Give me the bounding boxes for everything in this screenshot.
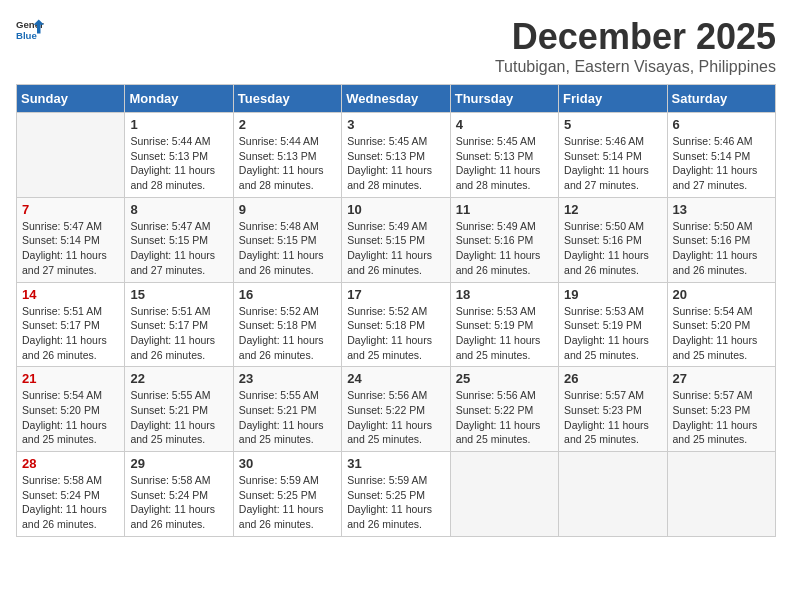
- day-number: 28: [22, 456, 119, 471]
- day-number: 9: [239, 202, 336, 217]
- day-number: 19: [564, 287, 661, 302]
- calendar-cell: 2Sunrise: 5:44 AM Sunset: 5:13 PM Daylig…: [233, 113, 341, 198]
- month-title: December 2025: [495, 16, 776, 58]
- day-number: 15: [130, 287, 227, 302]
- calendar-cell: 7Sunrise: 5:47 AM Sunset: 5:14 PM Daylig…: [17, 197, 125, 282]
- page-header: General Blue December 2025 Tutubigan, Ea…: [16, 16, 776, 76]
- calendar-cell: 15Sunrise: 5:51 AM Sunset: 5:17 PM Dayli…: [125, 282, 233, 367]
- day-number: 29: [130, 456, 227, 471]
- calendar-cell: 23Sunrise: 5:55 AM Sunset: 5:21 PM Dayli…: [233, 367, 341, 452]
- day-info: Sunrise: 5:50 AM Sunset: 5:16 PM Dayligh…: [673, 219, 770, 278]
- day-info: Sunrise: 5:57 AM Sunset: 5:23 PM Dayligh…: [673, 388, 770, 447]
- day-info: Sunrise: 5:51 AM Sunset: 5:17 PM Dayligh…: [130, 304, 227, 363]
- calendar-cell: 26Sunrise: 5:57 AM Sunset: 5:23 PM Dayli…: [559, 367, 667, 452]
- day-info: Sunrise: 5:44 AM Sunset: 5:13 PM Dayligh…: [239, 134, 336, 193]
- calendar-cell: 25Sunrise: 5:56 AM Sunset: 5:22 PM Dayli…: [450, 367, 558, 452]
- calendar-cell: 14Sunrise: 5:51 AM Sunset: 5:17 PM Dayli…: [17, 282, 125, 367]
- day-number: 1: [130, 117, 227, 132]
- location-title: Tutubigan, Eastern Visayas, Philippines: [495, 58, 776, 76]
- calendar-day-header: Sunday: [17, 85, 125, 113]
- svg-text:Blue: Blue: [16, 30, 37, 41]
- day-number: 8: [130, 202, 227, 217]
- day-info: Sunrise: 5:57 AM Sunset: 5:23 PM Dayligh…: [564, 388, 661, 447]
- calendar-cell: 24Sunrise: 5:56 AM Sunset: 5:22 PM Dayli…: [342, 367, 450, 452]
- day-number: 6: [673, 117, 770, 132]
- calendar-day-header: Monday: [125, 85, 233, 113]
- day-number: 3: [347, 117, 444, 132]
- day-info: Sunrise: 5:54 AM Sunset: 5:20 PM Dayligh…: [22, 388, 119, 447]
- day-info: Sunrise: 5:45 AM Sunset: 5:13 PM Dayligh…: [347, 134, 444, 193]
- day-info: Sunrise: 5:59 AM Sunset: 5:25 PM Dayligh…: [347, 473, 444, 532]
- day-info: Sunrise: 5:53 AM Sunset: 5:19 PM Dayligh…: [456, 304, 553, 363]
- day-info: Sunrise: 5:55 AM Sunset: 5:21 PM Dayligh…: [130, 388, 227, 447]
- calendar-cell: 31Sunrise: 5:59 AM Sunset: 5:25 PM Dayli…: [342, 452, 450, 537]
- calendar-cell: [17, 113, 125, 198]
- calendar-day-header: Tuesday: [233, 85, 341, 113]
- day-number: 31: [347, 456, 444, 471]
- calendar-cell: 21Sunrise: 5:54 AM Sunset: 5:20 PM Dayli…: [17, 367, 125, 452]
- calendar-cell: 5Sunrise: 5:46 AM Sunset: 5:14 PM Daylig…: [559, 113, 667, 198]
- calendar-cell: 16Sunrise: 5:52 AM Sunset: 5:18 PM Dayli…: [233, 282, 341, 367]
- logo: General Blue: [16, 16, 44, 44]
- day-info: Sunrise: 5:46 AM Sunset: 5:14 PM Dayligh…: [673, 134, 770, 193]
- day-info: Sunrise: 5:45 AM Sunset: 5:13 PM Dayligh…: [456, 134, 553, 193]
- calendar-cell: 4Sunrise: 5:45 AM Sunset: 5:13 PM Daylig…: [450, 113, 558, 198]
- day-number: 30: [239, 456, 336, 471]
- day-number: 25: [456, 371, 553, 386]
- title-section: December 2025 Tutubigan, Eastern Visayas…: [495, 16, 776, 76]
- day-number: 26: [564, 371, 661, 386]
- day-info: Sunrise: 5:56 AM Sunset: 5:22 PM Dayligh…: [347, 388, 444, 447]
- day-number: 17: [347, 287, 444, 302]
- day-number: 20: [673, 287, 770, 302]
- calendar-day-header: Thursday: [450, 85, 558, 113]
- calendar-cell: 10Sunrise: 5:49 AM Sunset: 5:15 PM Dayli…: [342, 197, 450, 282]
- day-info: Sunrise: 5:53 AM Sunset: 5:19 PM Dayligh…: [564, 304, 661, 363]
- day-number: 27: [673, 371, 770, 386]
- calendar-cell: 22Sunrise: 5:55 AM Sunset: 5:21 PM Dayli…: [125, 367, 233, 452]
- day-info: Sunrise: 5:50 AM Sunset: 5:16 PM Dayligh…: [564, 219, 661, 278]
- calendar-cell: 30Sunrise: 5:59 AM Sunset: 5:25 PM Dayli…: [233, 452, 341, 537]
- day-number: 21: [22, 371, 119, 386]
- day-info: Sunrise: 5:49 AM Sunset: 5:16 PM Dayligh…: [456, 219, 553, 278]
- day-info: Sunrise: 5:47 AM Sunset: 5:14 PM Dayligh…: [22, 219, 119, 278]
- day-number: 5: [564, 117, 661, 132]
- day-info: Sunrise: 5:44 AM Sunset: 5:13 PM Dayligh…: [130, 134, 227, 193]
- day-info: Sunrise: 5:58 AM Sunset: 5:24 PM Dayligh…: [22, 473, 119, 532]
- calendar-cell: [667, 452, 775, 537]
- calendar-cell: 28Sunrise: 5:58 AM Sunset: 5:24 PM Dayli…: [17, 452, 125, 537]
- day-info: Sunrise: 5:52 AM Sunset: 5:18 PM Dayligh…: [347, 304, 444, 363]
- day-info: Sunrise: 5:59 AM Sunset: 5:25 PM Dayligh…: [239, 473, 336, 532]
- day-number: 13: [673, 202, 770, 217]
- calendar-cell: [450, 452, 558, 537]
- calendar-cell: 1Sunrise: 5:44 AM Sunset: 5:13 PM Daylig…: [125, 113, 233, 198]
- calendar-cell: 6Sunrise: 5:46 AM Sunset: 5:14 PM Daylig…: [667, 113, 775, 198]
- calendar-cell: 18Sunrise: 5:53 AM Sunset: 5:19 PM Dayli…: [450, 282, 558, 367]
- day-number: 23: [239, 371, 336, 386]
- day-info: Sunrise: 5:46 AM Sunset: 5:14 PM Dayligh…: [564, 134, 661, 193]
- calendar-cell: 3Sunrise: 5:45 AM Sunset: 5:13 PM Daylig…: [342, 113, 450, 198]
- day-number: 7: [22, 202, 119, 217]
- day-number: 16: [239, 287, 336, 302]
- day-number: 4: [456, 117, 553, 132]
- calendar-cell: 8Sunrise: 5:47 AM Sunset: 5:15 PM Daylig…: [125, 197, 233, 282]
- day-info: Sunrise: 5:58 AM Sunset: 5:24 PM Dayligh…: [130, 473, 227, 532]
- day-info: Sunrise: 5:47 AM Sunset: 5:15 PM Dayligh…: [130, 219, 227, 278]
- day-info: Sunrise: 5:51 AM Sunset: 5:17 PM Dayligh…: [22, 304, 119, 363]
- calendar-cell: 17Sunrise: 5:52 AM Sunset: 5:18 PM Dayli…: [342, 282, 450, 367]
- day-number: 10: [347, 202, 444, 217]
- calendar-cell: 12Sunrise: 5:50 AM Sunset: 5:16 PM Dayli…: [559, 197, 667, 282]
- day-info: Sunrise: 5:54 AM Sunset: 5:20 PM Dayligh…: [673, 304, 770, 363]
- calendar-day-header: Saturday: [667, 85, 775, 113]
- day-number: 24: [347, 371, 444, 386]
- calendar-header: SundayMondayTuesdayWednesdayThursdayFrid…: [17, 85, 776, 113]
- calendar-cell: [559, 452, 667, 537]
- day-info: Sunrise: 5:55 AM Sunset: 5:21 PM Dayligh…: [239, 388, 336, 447]
- day-info: Sunrise: 5:49 AM Sunset: 5:15 PM Dayligh…: [347, 219, 444, 278]
- day-number: 12: [564, 202, 661, 217]
- day-info: Sunrise: 5:56 AM Sunset: 5:22 PM Dayligh…: [456, 388, 553, 447]
- calendar-cell: 11Sunrise: 5:49 AM Sunset: 5:16 PM Dayli…: [450, 197, 558, 282]
- calendar-day-header: Friday: [559, 85, 667, 113]
- day-info: Sunrise: 5:52 AM Sunset: 5:18 PM Dayligh…: [239, 304, 336, 363]
- day-number: 22: [130, 371, 227, 386]
- day-number: 2: [239, 117, 336, 132]
